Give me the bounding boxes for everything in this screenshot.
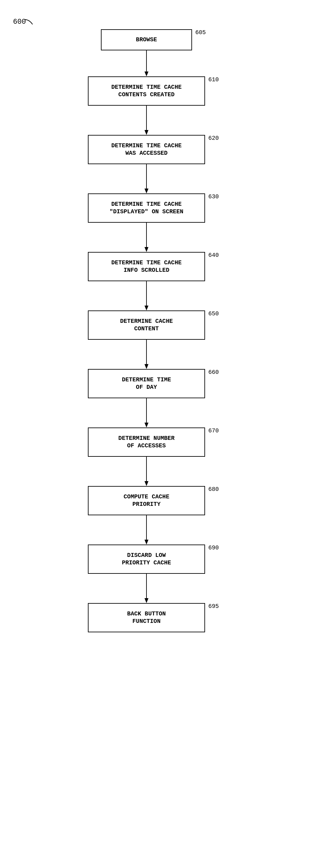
ref-640: 640 [208,252,219,258]
ref-620: 620 [208,135,219,142]
figure-label: 600 [13,18,26,26]
box-back-button-function: BACK BUTTON FUNCTION [88,603,205,632]
svg-marker-13 [144,423,148,428]
box-determine-cache-content: DETERMINE CACHE CONTENT [88,310,205,340]
box-determine-time-cache-contents-created: DETERMINE TIME CACHE CONTENTS CREATED [88,76,205,106]
svg-marker-15 [144,481,148,486]
ref-690: 690 [208,545,219,551]
svg-marker-11 [144,364,148,369]
box-discard-low-priority-cache: DISCARD LOW PRIORITY CACHE [88,545,205,574]
box-determine-time-cache-displayed: DETERMINE TIME CACHE "DISPLAYED" ON SCRE… [88,193,205,223]
svg-marker-7 [144,247,148,252]
box-determine-time-cache-info-scrolled: DETERMINE TIME CACHE INFO SCROLLED [88,252,205,281]
ref-660: 660 [208,369,219,375]
ref-610: 610 [208,76,219,83]
box-determine-time-of-day: DETERMINE TIME OF DAY [88,369,205,398]
ref-695: 695 [208,603,219,610]
box-browse: BROWSE [101,29,192,51]
ref-630: 630 [208,193,219,200]
svg-marker-5 [144,189,148,193]
svg-marker-19 [144,598,148,603]
ref-670: 670 [208,428,219,434]
svg-marker-3 [144,130,148,135]
ref-605: 605 [195,29,206,36]
box-determine-number-of-accesses: DETERMINE NUMBER OF ACCESSES [88,428,205,457]
box-determine-time-cache-was-accessed: DETERMINE TIME CACHE WAS ACCESSED [88,135,205,164]
flowchart-diagram: 600 BROWS [0,0,332,868]
svg-marker-17 [144,540,148,545]
box-compute-cache-priority: COMPUTE CACHE PRIORITY [88,486,205,515]
svg-marker-1 [144,71,148,76]
ref-680: 680 [208,486,219,493]
ref-650: 650 [208,310,219,317]
svg-marker-9 [144,306,148,310]
